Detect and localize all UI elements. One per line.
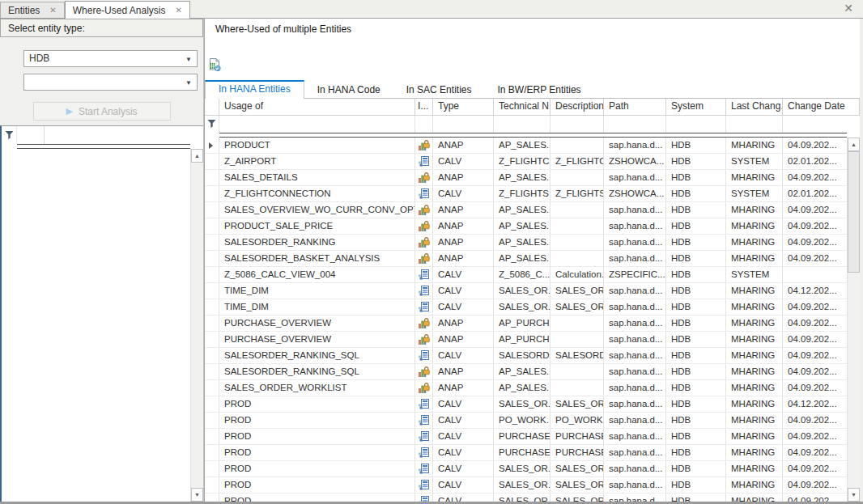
column-header-system[interactable]: System xyxy=(666,99,726,116)
filter-cell-system[interactable] xyxy=(666,116,726,133)
table-row[interactable]: Z_AIRPORTCALVZ_FLIGHTC...Z_FLIGHTC...ZSH… xyxy=(205,154,847,170)
table-row[interactable]: PRODUCT_SALE_PRICEANAPAP_SALES...sap.han… xyxy=(205,218,847,235)
cell-path: ZSHOWCA... xyxy=(604,154,666,169)
close-tab-icon[interactable]: ✕ xyxy=(175,6,181,15)
tab-in-sac-entities[interactable]: In SAC Entities xyxy=(393,82,485,98)
entity-dropdown[interactable]: ▼ xyxy=(23,74,198,91)
row-indicator-cell xyxy=(205,332,219,347)
table-row[interactable]: SALESORDER_RANKINGANAPAP_SALES...sap.han… xyxy=(205,235,847,251)
column-header-technical[interactable]: Technical N... xyxy=(494,99,551,116)
filter-row-indicator xyxy=(205,116,219,133)
table-row[interactable]: SALESORDER_BASKET_ANALYSISANAPAP_SALES..… xyxy=(205,251,847,267)
table-row[interactable]: PURCHASE_OVERVIEWANAPAP_PURCH...sap.hana… xyxy=(205,316,847,332)
tab-in-bw-erp-entities[interactable]: In BW/ERP Entities xyxy=(484,82,593,98)
column-header-icon[interactable]: I... xyxy=(415,99,433,116)
calv-icon xyxy=(418,285,432,297)
row-indicator-cell xyxy=(205,170,219,185)
row-indicator-cell xyxy=(205,235,219,250)
table-row[interactable]: TIME_DIMCALVSALES_OR...SALES_OR...sap.ha… xyxy=(205,299,847,316)
filter-cell-path[interactable] xyxy=(604,116,666,133)
table-row[interactable]: PRODCALVSALES_OR...SALES_OR...sap.hana.d… xyxy=(205,477,847,493)
cell-technical: AP_SALES... xyxy=(494,235,551,250)
column-header-change_date[interactable]: Change Date xyxy=(783,99,860,116)
scroll-up-icon[interactable]: ▲ xyxy=(848,138,860,151)
table-row[interactable]: PRODCALVSALES_OR...SALES_OR...sap.hana.d… xyxy=(205,396,847,413)
table-row[interactable]: SALESORDER_RANKING_SQLCALVSALESORD...SAL… xyxy=(205,348,847,364)
entity-type-dropdown[interactable]: HDB ▼ xyxy=(23,50,198,67)
table-row[interactable]: SALESORDER_RANKING_SQLANAPAP_SALES...sap… xyxy=(205,364,847,380)
left-grid-scrollbar[interactable]: ▲ ▼ xyxy=(190,149,203,502)
filter-cell[interactable] xyxy=(17,126,45,144)
cell-technical: AP_PURCH... xyxy=(494,316,551,331)
cell-last_changed: MHARING xyxy=(726,461,783,476)
table-row[interactable]: PURCHASE_OVERVIEWANAPAP_PURCH...sap.hana… xyxy=(205,332,847,348)
table-row[interactable]: Z_FLIGHTCONNECTIONCALVZ_FLIGHTSZ_FLIGHTS… xyxy=(205,186,847,202)
cell-description xyxy=(551,364,604,379)
doc-tab-where-used-analysis[interactable]: Where-Used Analysis ✕ xyxy=(65,1,190,19)
table-row[interactable]: PRODCALVSALES_OR...SALES_OR...sap.hana.d… xyxy=(205,493,847,502)
cell-type: ANAP xyxy=(433,251,494,266)
column-header-type[interactable]: Type xyxy=(433,99,494,116)
scroll-down-icon[interactable]: ▼ xyxy=(848,488,860,502)
chevron-down-icon[interactable]: ▼ xyxy=(185,52,192,67)
filter-cell-last_changed[interactable] xyxy=(726,116,783,133)
cell-type: CALV xyxy=(433,186,494,201)
cell-icon xyxy=(415,364,433,379)
grid-filter-row xyxy=(205,116,860,133)
cell-icon xyxy=(415,235,433,250)
tab-in-hana-entities[interactable]: In HANA Entities xyxy=(205,80,304,99)
table-row[interactable]: SALES_DETAILSANAPAP_SALES...sap.hana.d..… xyxy=(205,170,847,186)
cell-path: sap.hana.d... xyxy=(604,493,666,502)
filter-cell-change_date[interactable] xyxy=(783,116,860,133)
table-row[interactable]: PRODCALVPURCHASE...PURCHASE...sap.hana.d… xyxy=(205,429,847,445)
column-header-path[interactable]: Path xyxy=(604,99,666,116)
scroll-up-icon[interactable]: ▲ xyxy=(191,149,203,163)
cell-last_changed: MHARING xyxy=(726,138,783,153)
cell-usage: PROD xyxy=(219,396,415,412)
cell-system: HDB xyxy=(666,186,726,201)
cell-last_changed: MHARING xyxy=(726,413,783,428)
row-indicator-cell xyxy=(205,218,219,234)
calv-icon xyxy=(418,301,432,313)
table-row[interactable]: SALES_OVERVIEW_WO_CURR_CONV_OPTANAPAP_SA… xyxy=(205,202,847,218)
cell-system: HDB xyxy=(666,332,726,347)
table-row[interactable]: PRODUCTANAPAP_SALES...sap.hana.d...HDBMH… xyxy=(205,138,847,154)
table-row[interactable]: Z_5086_CALC_VIEW_004CALVZ_5086_C...Calcu… xyxy=(205,267,847,283)
scrollbar-thumb[interactable] xyxy=(848,151,860,273)
grid-vertical-scrollbar[interactable]: ▲ ▼ xyxy=(847,138,860,502)
cell-change_date: 04.09.202... xyxy=(783,202,847,218)
filter-cell[interactable] xyxy=(45,126,203,144)
close-icon[interactable]: ✕ xyxy=(844,2,853,14)
document-tab-bar: Entities ✕ Where-Used Analysis ✕ ✕ xyxy=(0,0,863,19)
doc-tab-entities[interactable]: Entities ✕ xyxy=(0,2,65,18)
column-header-description[interactable]: Description xyxy=(551,99,604,116)
tab-in-hana-code[interactable]: In HANA Code xyxy=(304,82,393,98)
filter-cell-usage[interactable] xyxy=(219,116,415,133)
chevron-down-icon[interactable]: ▼ xyxy=(185,75,192,91)
start-analysis-button[interactable]: ▶ Start Analysis xyxy=(33,102,171,121)
filter-cell-icon[interactable] xyxy=(415,116,433,133)
table-row[interactable]: PRODCALVSALES_OR...SALES_OR...sap.hana.d… xyxy=(205,461,847,477)
cell-path: sap.hana.d... xyxy=(604,299,666,315)
filter-cell-type[interactable] xyxy=(433,116,494,133)
table-row[interactable]: SALES_ORDER_WORKLISTANAPAP_SALES...sap.h… xyxy=(205,380,847,396)
table-row[interactable]: PRODCALVPURCHASE...PURCHASE...sap.hana.d… xyxy=(205,445,847,461)
filter-cell-description[interactable] xyxy=(551,116,604,133)
cell-change_date: 04.12.202... xyxy=(783,396,847,412)
table-row[interactable]: PRODCALVPO_WORK...PO_WORK...sap.hana.d..… xyxy=(205,413,847,429)
calv-icon xyxy=(418,479,432,491)
cell-change_date: 04.09.202... xyxy=(783,218,847,234)
calv-icon xyxy=(418,430,432,443)
cell-last_changed: MHARING xyxy=(726,380,783,396)
filter-cell-technical[interactable] xyxy=(494,116,551,133)
row-indicator-cell xyxy=(205,493,219,502)
cell-icon xyxy=(415,348,433,363)
column-header-last_changed[interactable]: Last Chang... xyxy=(726,99,783,116)
column-header-usage[interactable]: Usage of xyxy=(219,99,415,116)
play-icon: ▶ xyxy=(66,107,72,116)
export-to-excel-icon[interactable] xyxy=(207,57,222,72)
scroll-down-icon[interactable]: ▼ xyxy=(191,488,203,502)
close-tab-icon[interactable]: ✕ xyxy=(49,6,56,15)
cell-technical: AP_SALES... xyxy=(494,380,551,396)
table-row[interactable]: TIME_DIMCALVSALES_OR...SALES_OR...sap.ha… xyxy=(205,283,847,299)
